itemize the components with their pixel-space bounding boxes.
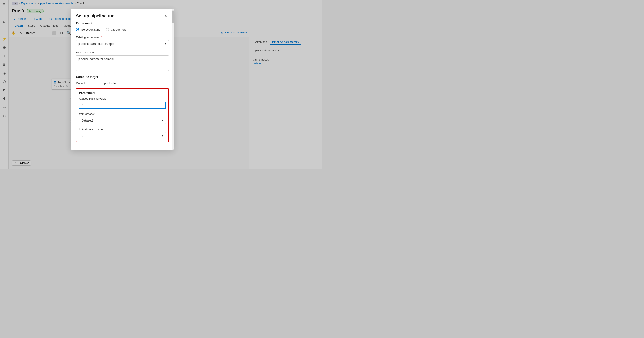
run-description-label: Run description * bbox=[76, 51, 169, 54]
compute-default-label: Default bbox=[76, 82, 86, 85]
modal-overlay: Set up pipeline run × Experiment Select … bbox=[0, 0, 322, 169]
param2-group: train-dataset Dataset1 ▾ bbox=[79, 112, 166, 124]
modal-close-button[interactable]: × bbox=[163, 13, 169, 19]
param2-value: Dataset1 bbox=[81, 119, 94, 122]
required-star1: * bbox=[101, 36, 102, 39]
select-existing-radio[interactable] bbox=[76, 28, 80, 31]
experiment-radio-group: Select existing Create new bbox=[76, 28, 169, 31]
parameters-section: Parameters raplace-missing-value train-d… bbox=[76, 88, 169, 142]
modal-header: Set up pipeline run × bbox=[71, 8, 174, 22]
run-description-textarea[interactable]: pipeline parameter sample bbox=[76, 56, 169, 71]
param3-select[interactable]: 1 ▾ bbox=[79, 132, 166, 139]
required-star2: * bbox=[96, 51, 97, 54]
param3-value: 1 bbox=[81, 134, 83, 138]
create-new-label: Create new bbox=[111, 28, 126, 31]
compute-default-value: cpucluster bbox=[102, 82, 116, 85]
param2-chevron: ▾ bbox=[162, 119, 163, 122]
experiment-section-label: Experiment bbox=[76, 22, 169, 25]
select-existing-label: Select existing bbox=[81, 28, 100, 31]
compute-target-section: Compute target Default cpucluster bbox=[76, 75, 169, 85]
param3-group: train-dataset version 1 ▾ bbox=[79, 128, 166, 139]
select-chevron: ▾ bbox=[165, 42, 166, 46]
param1-group: raplace-missing-value bbox=[79, 97, 166, 109]
run-description-group: Run description * pipeline parameter sam… bbox=[76, 51, 169, 72]
existing-experiment-label: Existing experiment * bbox=[76, 36, 169, 39]
modal-scrollbar[interactable] bbox=[172, 8, 174, 150]
existing-experiment-group: Existing experiment * pipeline-parameter… bbox=[76, 36, 169, 48]
modal-body: Experiment Select existing Create new Ex… bbox=[71, 22, 174, 150]
create-new-option[interactable]: Create new bbox=[106, 28, 126, 31]
compute-row: Default cpucluster bbox=[76, 82, 169, 85]
existing-experiment-select[interactable]: pipeline-parameter-sample ▾ bbox=[76, 40, 169, 48]
modal-title: Set up pipeline run bbox=[76, 14, 115, 18]
modal-scrollbar-thumb[interactable] bbox=[172, 10, 174, 23]
param2-select[interactable]: Dataset1 ▾ bbox=[79, 117, 166, 124]
param1-label: raplace-missing-value bbox=[79, 97, 166, 100]
select-existing-option[interactable]: Select existing bbox=[76, 28, 100, 31]
param1-input[interactable] bbox=[79, 102, 166, 109]
create-new-radio[interactable] bbox=[106, 28, 109, 31]
parameters-title: Parameters bbox=[79, 91, 166, 94]
setup-pipeline-modal: Set up pipeline run × Experiment Select … bbox=[71, 8, 174, 150]
param2-label: train-dataset bbox=[79, 112, 166, 116]
existing-experiment-value: pipeline-parameter-sample bbox=[78, 42, 114, 46]
param3-chevron: ▾ bbox=[162, 134, 163, 138]
compute-target-label: Compute target bbox=[76, 75, 169, 78]
param3-label: train-dataset version bbox=[79, 128, 166, 131]
